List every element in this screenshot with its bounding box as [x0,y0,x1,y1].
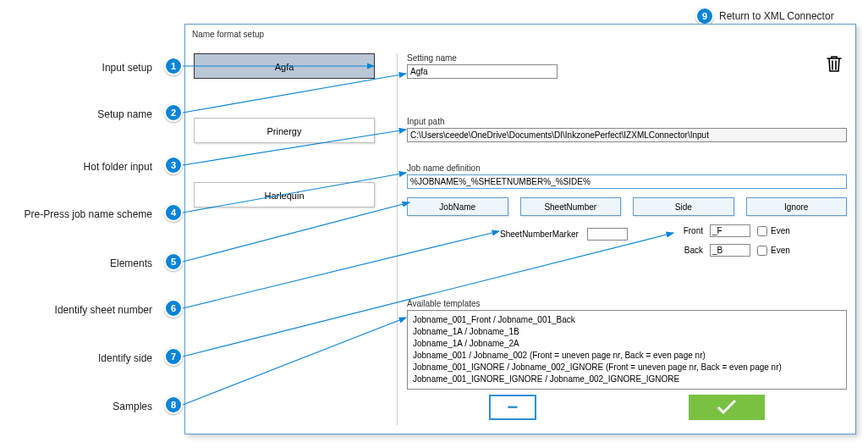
setting-name-input[interactable] [407,64,558,79]
callout-side: Identify side [0,352,152,364]
template-line: Jobname_001_IGNORE_IGNORE / Jobname_002_… [413,373,841,385]
return-link[interactable]: Return to XML Connector [719,10,834,22]
badge-6: 6 [164,299,183,318]
confirm-button[interactable] [689,395,765,420]
sheetnumbermarker-label: SheetNumberMarker [500,230,579,239]
input-path-input[interactable] [407,128,847,142]
name-format-dialog: Name format setup Agfa Prinergy Harlequi… [184,24,856,434]
back-even-label: Even [771,246,790,255]
token-jobname[interactable]: JobName [407,197,508,216]
dialog-title: Name format setup [192,30,264,39]
template-line: Jobname_001_IGNORE / Jobname_002_IGNORE … [413,362,841,373]
check-icon [715,399,739,416]
setup-item-prinergy[interactable]: Prinergy [194,118,375,143]
callout-sheetnum: Identify sheet number [0,304,152,316]
badge-5: 5 [164,252,183,271]
badge-8: 8 [164,395,183,414]
badge-2: 2 [164,103,183,122]
back-even-checkbox[interactable]: Even [757,246,790,256]
right-panel: Setting name Input path Job name definit… [407,36,847,425]
callout-hotfolder: Hot folder input [0,161,152,173]
setup-item-harlequin[interactable]: Harlequin [194,182,375,207]
callout-input-setup: Input setup [0,62,152,74]
callout-setup-name: Setup name [0,108,152,120]
remove-button[interactable]: − [489,395,536,420]
input-path-label: Input path [407,117,847,126]
delete-icon[interactable] [825,53,843,75]
setup-list: Agfa Prinergy Harlequin [194,53,388,425]
templates-label: Available templates [407,299,847,308]
setting-name-label: Setting name [407,53,558,63]
front-even-label: Even [771,226,790,235]
front-even-checkbox[interactable]: Even [757,226,790,236]
front-input[interactable] [710,224,750,237]
template-line: Jobname_001 / Jobname_002 (Front = uneve… [413,350,841,362]
badge-3: 3 [164,156,183,174]
token-sheetnumber[interactable]: SheetNumber [520,197,622,216]
callout-elements: Elements [0,257,152,269]
templates-list: Jobname_001_Front / Jobname_001_Back Job… [407,310,847,390]
back-label: Back [676,246,703,255]
job-def-label: Job name definition [407,163,847,173]
job-def-input[interactable] [407,174,847,189]
callout-scheme: Pre-Press job name scheme [0,208,152,220]
token-ignore[interactable]: Ignore [746,197,848,216]
template-line: Jobname_1A / Jobname_1B [413,326,841,338]
back-input[interactable] [710,244,750,257]
callout-samples: Samples [0,401,152,412]
sheetnumbermarker-input[interactable] [587,228,628,241]
badge-1: 1 [164,57,183,75]
badge-9: 9 [695,7,714,25]
setup-item-agfa[interactable]: Agfa [194,53,375,79]
template-line: Jobname_1A / Jobname_2A [413,338,841,350]
token-row: JobName SheetNumber Side Ignore [407,197,847,216]
panel-divider [397,53,398,425]
token-side[interactable]: Side [633,197,734,216]
template-line: Jobname_001_Front / Jobname_001_Back [413,314,841,326]
badge-7: 7 [164,347,183,366]
front-label: Front [676,226,703,235]
badge-4: 4 [164,203,183,222]
